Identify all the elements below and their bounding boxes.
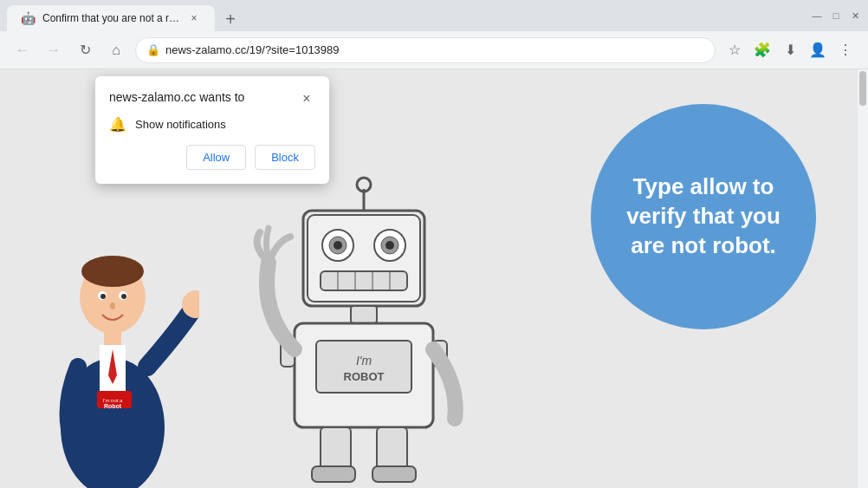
popup-notification-label: Show notifications — [135, 118, 226, 131]
svg-point-2 — [81, 256, 144, 287]
svg-rect-43 — [312, 466, 355, 482]
title-bar: 🤖 Confirm that you are not a robot × + —… — [0, 0, 868, 31]
svg-text:ROBOT: ROBOT — [344, 370, 385, 383]
toolbar-icons: ☆ 🧩 ⬇ 👤 ⋮ — [722, 38, 858, 62]
svg-point-7 — [110, 303, 115, 309]
bookmark-button[interactable]: ☆ — [722, 38, 747, 62]
circle-text: Type allow to verify that you are not ro… — [591, 155, 816, 277]
svg-point-6 — [121, 294, 126, 299]
minimize-button[interactable]: — — [811, 10, 823, 22]
svg-rect-34 — [351, 306, 377, 323]
menu-button[interactable]: ⋮ — [833, 38, 858, 62]
popup-notification-row: 🔔 Show notifications — [109, 116, 315, 133]
lock-icon: 🔒 — [146, 43, 160, 56]
home-button[interactable]: ⌂ — [104, 38, 128, 62]
new-tab-button[interactable]: + — [218, 7, 243, 31]
svg-point-27 — [334, 241, 342, 250]
maximize-button[interactable]: □ — [830, 10, 842, 22]
address-bar[interactable]: 🔒 news-zalamo.cc/19/?site=1013989 — [135, 37, 716, 63]
tab-favicon: 🤖 — [21, 11, 36, 25]
robot-character: I'm ROBOT — [243, 159, 485, 488]
svg-rect-15 — [88, 484, 109, 488]
popup-header: news-zalamo.cc wants to × — [109, 90, 315, 107]
popup-buttons: Allow Block — [109, 145, 315, 170]
block-button[interactable]: Block — [255, 145, 315, 170]
download-button[interactable]: ⬇ — [778, 38, 802, 62]
popup-close-button[interactable]: × — [298, 90, 315, 107]
blue-circle: Type allow to verify that you are not ro… — [591, 104, 816, 329]
page-area: Type allow to verify that you are not ro… — [0, 69, 868, 488]
address-text: news-zalamo.cc/19/?site=1013989 — [165, 43, 704, 56]
browser-frame: 🤖 Confirm that you are not a robot × + —… — [0, 0, 868, 488]
tab-title: Confirm that you are not a robot — [42, 12, 180, 24]
window-controls: — □ ✕ — [811, 10, 861, 22]
account-button[interactable]: 👤 — [806, 38, 830, 62]
svg-text:Robot: Robot — [104, 403, 122, 409]
back-button[interactable]: ← — [10, 38, 35, 62]
scrollbar-thumb[interactable] — [859, 71, 866, 106]
forward-button[interactable]: → — [42, 38, 66, 62]
tab-close-button[interactable]: × — [187, 11, 201, 25]
close-window-button[interactable]: ✕ — [849, 10, 861, 22]
svg-point-28 — [385, 241, 394, 250]
svg-text:I'm: I'm — [356, 354, 372, 368]
svg-rect-16 — [116, 484, 137, 488]
svg-rect-29 — [321, 271, 407, 290]
svg-rect-44 — [372, 466, 416, 482]
scrollbar[interactable] — [858, 69, 868, 488]
svg-point-5 — [100, 294, 106, 299]
navigation-bar: ← → ↻ ⌂ 🔒 news-zalamo.cc/19/?site=101398… — [0, 31, 868, 69]
allow-button[interactable]: Allow — [186, 145, 246, 170]
svg-rect-42 — [377, 427, 407, 471]
popup-title: news-zalamo.cc wants to — [109, 90, 244, 104]
active-tab[interactable]: 🤖 Confirm that you are not a robot × — [7, 5, 215, 31]
refresh-button[interactable]: ↻ — [73, 38, 97, 62]
person-character: I'm not a Robot — [26, 176, 199, 488]
bell-icon: 🔔 — [109, 116, 126, 133]
notification-popup: news-zalamo.cc wants to × 🔔 Show notific… — [95, 76, 329, 184]
svg-rect-41 — [321, 427, 351, 471]
extensions-button[interactable]: 🧩 — [750, 38, 774, 62]
